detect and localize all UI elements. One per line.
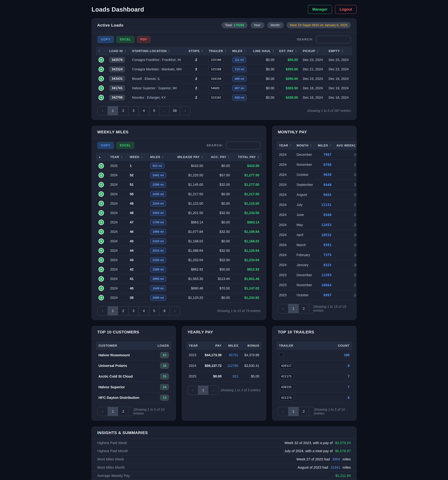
pagination-next[interactable]: › bbox=[180, 106, 190, 115]
expand-row-icon[interactable]: + bbox=[98, 210, 104, 216]
year-filter-badge[interactable]: Year: bbox=[250, 22, 264, 28]
pagination-page[interactable]: 6 bbox=[159, 306, 170, 315]
expand-row-icon[interactable]: + bbox=[98, 248, 104, 253]
expand-row-icon[interactable]: + bbox=[98, 276, 104, 282]
insights-title: INSIGHTS & SUMMARIES bbox=[97, 431, 148, 435]
copy-export-button[interactable]: COPY bbox=[97, 142, 114, 149]
expand-row-icon[interactable]: + bbox=[98, 191, 104, 197]
pagination-page[interactable]: 58 bbox=[170, 106, 180, 115]
active-loads-search-input[interactable] bbox=[316, 35, 351, 43]
pagination-page[interactable]: 1 bbox=[108, 407, 118, 416]
pagination-page[interactable]: 4 bbox=[138, 306, 149, 315]
column-header-empty[interactable]: EMPTY▲▼ bbox=[326, 47, 352, 55]
expand-row-icon[interactable]: + bbox=[98, 201, 104, 206]
pagination-prev[interactable]: ‹ bbox=[97, 306, 108, 315]
pagination-prev[interactable]: ‹ bbox=[97, 106, 108, 115]
column-header-line-haul[interactable]: LINE HAUL▲▼ bbox=[250, 47, 277, 55]
pdf-export-button[interactable]: PDF bbox=[137, 36, 151, 43]
pagination-prev[interactable]: ‹ bbox=[278, 304, 288, 313]
trailer-badge: 420135 bbox=[279, 384, 294, 390]
column-header-avg-weekly[interactable]: AVG WEEKLY▲▼ bbox=[334, 141, 356, 150]
expand-row-icon[interactable]: + bbox=[98, 257, 104, 263]
table-row: 2024September84402110$5,506.7 bbox=[277, 180, 357, 190]
expand-row-icon[interactable]: + bbox=[98, 57, 104, 63]
pagination-page[interactable]: 2 bbox=[118, 306, 128, 315]
weekly-miles-search-input[interactable] bbox=[226, 141, 261, 149]
pagination-page[interactable]: 5 bbox=[149, 306, 159, 315]
pagination-page[interactable]: 4 bbox=[138, 106, 149, 115]
copy-export-button[interactable]: COPY bbox=[97, 36, 114, 43]
expand-row-icon[interactable]: + bbox=[98, 286, 104, 291]
column-header-year[interactable]: YEAR▲▼ bbox=[277, 141, 294, 150]
table-row: +20251821 mi$410.50$0.00$410.50 bbox=[96, 161, 262, 170]
column-header-stops[interactable]: STOPS▲▼ bbox=[186, 47, 206, 55]
column-header-mileage-pay[interactable]: MILEAGE PAY▲▼ bbox=[171, 153, 206, 161]
pagination-page[interactable]: 5 bbox=[149, 106, 159, 115]
expand-row-icon[interactable]: + bbox=[98, 295, 104, 300]
miles-badge: 1598 mi bbox=[150, 266, 166, 272]
logout-button[interactable]: Logout bbox=[335, 5, 357, 14]
expand-row-icon[interactable]: + bbox=[98, 163, 104, 169]
search-label: SEARCH: bbox=[297, 38, 314, 41]
pagination-page[interactable]: 1 bbox=[198, 386, 208, 395]
insights-card: INSIGHTS & SUMMARIES Highest Paid WeekWe… bbox=[91, 426, 356, 480]
column-header-total-pay[interactable]: TOTAL PAY▲▼ bbox=[232, 153, 262, 161]
column-header-year[interactable]: YEAR▲▼ bbox=[108, 153, 127, 161]
table-row: +2024392080 mi$1,123.20$0.00$1,234.92 bbox=[96, 293, 262, 302]
sort-icon: ▲▼ bbox=[295, 49, 297, 52]
sort-icon: ▲▼ bbox=[162, 155, 164, 158]
expand-row-icon[interactable]: + bbox=[98, 267, 104, 272]
expand-row-icon[interactable]: + bbox=[98, 219, 104, 225]
pagination-page[interactable]: 3 bbox=[128, 306, 138, 315]
column-header-blank[interactable]: ▲▼ bbox=[96, 47, 107, 55]
excel-export-button[interactable]: EXCEL bbox=[116, 36, 135, 43]
insight-label: Highest Paid Week bbox=[97, 441, 127, 445]
pagination-page[interactable]: 1 bbox=[108, 306, 118, 315]
table-row: Universal Polaris16 bbox=[96, 360, 171, 371]
expand-row-icon[interactable]: + bbox=[98, 76, 104, 81]
pagination-next[interactable]: › bbox=[128, 407, 134, 416]
column-header-week[interactable]: WEEK▲▼ bbox=[127, 153, 148, 161]
column-header-pickup[interactable]: PICKUP▲▼ bbox=[300, 47, 326, 55]
pagination-prev[interactable]: ‹ bbox=[188, 386, 198, 395]
column-header-miles[interactable]: MILES▲▼ bbox=[316, 141, 334, 150]
column-header-trailer[interactable]: TRAILER▲▼ bbox=[206, 47, 230, 55]
pagination-prev[interactable]: ‹ bbox=[97, 407, 108, 416]
manager-button[interactable]: Manager bbox=[308, 5, 332, 14]
excel-export-button[interactable]: EXCEL bbox=[116, 142, 135, 149]
expand-row-icon[interactable]: + bbox=[98, 229, 104, 234]
pagination-page[interactable]: 2 bbox=[118, 106, 128, 115]
load-id-badge: 341741 bbox=[109, 85, 125, 91]
month-filter-badge[interactable]: Month: bbox=[267, 22, 284, 28]
expand-row-icon[interactable]: + bbox=[98, 85, 104, 91]
column-header-acc-pay[interactable]: ACC. PAY▲▼ bbox=[206, 153, 232, 161]
expand-row-icon[interactable]: + bbox=[98, 173, 104, 178]
pagination-page[interactable]: 2 bbox=[118, 407, 128, 416]
expand-row-icon[interactable]: + bbox=[98, 95, 104, 100]
insight-value: July of 2024, with a total pay of $6,578… bbox=[284, 449, 351, 453]
pagination-next[interactable]: › bbox=[309, 304, 313, 313]
miles-badge: 2226 mi bbox=[150, 257, 166, 263]
column-header-est-pay[interactable]: EST. PAY▲▼ bbox=[277, 47, 300, 55]
insight-row: Highest Paid WeekWeek 32 of 2023, with a… bbox=[92, 439, 356, 447]
pagination-next[interactable]: › bbox=[309, 407, 314, 416]
column-header-blank[interactable]: ▲ bbox=[96, 153, 108, 161]
expand-row-icon[interactable]: + bbox=[98, 67, 104, 72]
column-header-load-id[interactable]: LOAD ID▲▼ bbox=[107, 47, 130, 55]
pagination-prev[interactable]: ‹ bbox=[278, 407, 288, 416]
pagination-next[interactable]: › bbox=[208, 386, 219, 395]
expand-row-icon[interactable]: + bbox=[98, 182, 104, 187]
pagination-next[interactable]: › bbox=[170, 306, 180, 315]
column-header-starting-location[interactable]: STARTING LOCATION▲▼ bbox=[130, 47, 186, 55]
pagination-page[interactable]: 2 bbox=[298, 407, 309, 416]
pagination-page[interactable]: 3 bbox=[128, 106, 138, 115]
pagination-page[interactable]: 1 bbox=[288, 304, 298, 313]
expand-row-icon[interactable]: + bbox=[98, 239, 104, 244]
column-header-miles[interactable]: MILES▲▼ bbox=[148, 153, 171, 161]
pagination-page[interactable]: 1 bbox=[108, 106, 118, 115]
pagination-page[interactable]: 1 bbox=[288, 407, 298, 416]
pagination-page[interactable]: 2 bbox=[298, 304, 309, 313]
column-header-month[interactable]: MONTH▲▼ bbox=[294, 141, 316, 150]
column-header-miles[interactable]: MILES▲▼ bbox=[230, 47, 250, 55]
monthly-pay-title: MONTHLY PAY bbox=[278, 130, 307, 134]
